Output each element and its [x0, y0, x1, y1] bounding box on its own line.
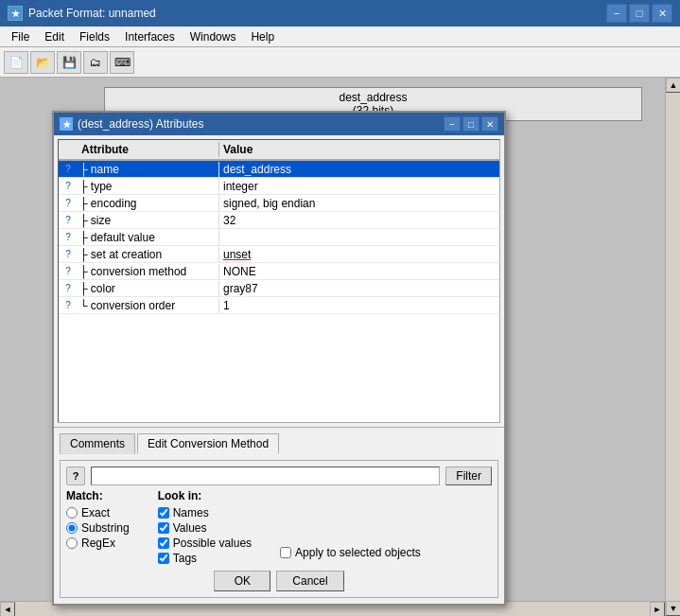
dialog-title: (dest_address) Attributes — [78, 117, 203, 131]
row-value: integer — [219, 179, 499, 194]
filter-help-button[interactable]: ? — [66, 466, 85, 485]
table-rows: ? ├ name dest_address ? ├ type integer ?… — [59, 161, 499, 314]
filter-row: ? Filter — [66, 466, 492, 485]
cancel-button[interactable]: Cancel — [276, 571, 343, 591]
row-name: ├ type — [78, 179, 219, 194]
field-name: dest_address — [114, 91, 632, 104]
scroll-up[interactable]: ▲ — [666, 78, 680, 93]
table-row[interactable]: ? ├ default value — [59, 229, 499, 246]
dialog-close[interactable]: ✕ — [481, 116, 498, 132]
tab-edit-conversion[interactable]: Edit Conversion Method — [137, 433, 279, 454]
dialog-tabs: Comments Edit Conversion Method — [60, 433, 498, 454]
row-name: ├ conversion method — [78, 264, 219, 279]
table-header: Attribute Value — [59, 140, 499, 161]
row-name: ├ size — [78, 213, 219, 228]
toolbar-new[interactable]: 📄 — [4, 51, 28, 74]
dialog-icon: ★ — [60, 117, 73, 131]
menu-edit[interactable]: Edit — [37, 28, 72, 45]
row-name: ├ encoding — [78, 196, 219, 211]
scroll-down[interactable]: ▼ — [666, 601, 680, 616]
toolbar-keyboard[interactable]: ⌨ — [110, 51, 134, 74]
filter-button[interactable]: Filter — [445, 466, 492, 485]
lookin-label: Look in: — [158, 489, 252, 502]
apply-section: Apply to selected objects — [280, 489, 421, 565]
scroll-right[interactable]: ► — [650, 602, 665, 616]
main-scrollbar[interactable]: ▲ ▼ — [665, 78, 680, 616]
match-exact[interactable]: Exact — [66, 506, 130, 519]
row-icon: ? — [59, 181, 78, 191]
toolbar-open[interactable]: 📂 — [30, 51, 55, 74]
row-value: NONE — [219, 264, 499, 279]
title-bar: ★ Packet Format: unnamed − □ ✕ — [0, 0, 680, 26]
match-section: Match: Exact Substring RegEx — [66, 489, 130, 565]
minimize-button[interactable]: − — [606, 4, 627, 23]
table-row[interactable]: ? ├ encoding signed, big endian — [59, 195, 499, 212]
match-regex[interactable]: RegEx — [66, 537, 130, 550]
dialog-minimize[interactable]: − — [444, 116, 461, 132]
filter-options: Match: Exact Substring RegEx Lo — [66, 489, 492, 565]
row-icon: ? — [59, 283, 78, 293]
menu-interfaces[interactable]: Interfaces — [117, 28, 183, 45]
row-icon: ? — [59, 249, 78, 259]
row-value: signed, big endian — [219, 196, 499, 211]
menu-fields[interactable]: Fields — [72, 28, 117, 45]
row-value: unset — [219, 247, 499, 262]
window-controls: − □ ✕ — [606, 4, 672, 23]
menu-windows[interactable]: Windows — [183, 28, 244, 45]
apply-checkbox[interactable] — [280, 547, 291, 558]
tab-comments[interactable]: Comments — [60, 433, 135, 454]
dialog-title-bar: ★ (dest_address) Attributes − □ ✕ — [54, 113, 504, 135]
row-name: ├ default value — [78, 230, 219, 245]
ok-button[interactable]: OK — [214, 571, 270, 591]
apply-check-label[interactable]: Apply to selected objects — [280, 546, 421, 559]
menu-file[interactable]: File — [4, 28, 37, 45]
match-label: Match: — [66, 489, 130, 502]
row-value — [219, 237, 499, 238]
ok-cancel-row: OK Cancel — [66, 571, 492, 591]
match-substring[interactable]: Substring — [66, 521, 130, 535]
row-value: 1 — [219, 298, 499, 313]
menu-help[interactable]: Help — [243, 28, 282, 45]
row-value: 32 — [219, 213, 499, 228]
lookin-values[interactable]: Values — [158, 521, 252, 535]
row-value: dest_address — [219, 162, 499, 177]
attributes-table-container: Attribute Value ? ├ name dest_address ? … — [58, 139, 500, 423]
table-row[interactable]: ? ├ type integer — [59, 178, 499, 195]
row-icon: ? — [59, 232, 78, 242]
row-name: └ conversion order — [78, 298, 219, 313]
toolbar: 📄 📂 💾 🗂 ⌨ — [0, 47, 680, 78]
lookin-tags[interactable]: Tags — [158, 552, 252, 565]
table-row[interactable]: ? ├ name dest_address — [59, 161, 499, 178]
scroll-track — [666, 93, 680, 601]
close-button[interactable]: ✕ — [652, 4, 672, 23]
lookin-names[interactable]: Names — [158, 506, 252, 519]
main-area: ▲ ▼ ◄ ► dest_address (32 bits) ★ (dest_a… — [0, 78, 680, 616]
col-attribute: Attribute — [78, 142, 219, 157]
toolbar-list[interactable]: 🗂 — [83, 51, 108, 74]
table-row[interactable]: ? ├ color gray87 — [59, 280, 499, 297]
window-title: Packet Format: unnamed — [28, 7, 156, 20]
row-icon: ? — [59, 215, 78, 225]
row-name: ├ name — [78, 162, 219, 177]
scroll-left[interactable]: ◄ — [0, 602, 15, 616]
filter-panel: ? Filter Match: Exact Substring — [60, 460, 498, 598]
row-icon: ? — [59, 198, 78, 208]
table-row[interactable]: ? ├ conversion method NONE — [59, 263, 499, 280]
row-icon: ? — [59, 300, 78, 310]
row-value: gray87 — [219, 281, 499, 296]
row-name: ├ set at creation — [78, 247, 219, 262]
table-row[interactable]: ? ├ size 32 — [59, 212, 499, 229]
toolbar-save[interactable]: 💾 — [57, 51, 81, 74]
dialog-maximize[interactable]: □ — [462, 116, 479, 132]
lookin-section: Look in: Names Values Possible values Ta… — [158, 489, 252, 565]
row-name: ├ color — [78, 281, 219, 296]
lookin-possible-values[interactable]: Possible values — [158, 537, 252, 550]
row-icon: ? — [59, 266, 78, 276]
col-value: Value — [219, 142, 499, 157]
filter-input[interactable] — [91, 466, 440, 485]
row-icon: ? — [59, 164, 78, 174]
app-icon: ★ — [8, 6, 23, 21]
maximize-button[interactable]: □ — [629, 4, 650, 23]
table-row[interactable]: ? ├ set at creation unset — [59, 246, 499, 263]
table-row[interactable]: ? └ conversion order 1 — [59, 297, 499, 314]
